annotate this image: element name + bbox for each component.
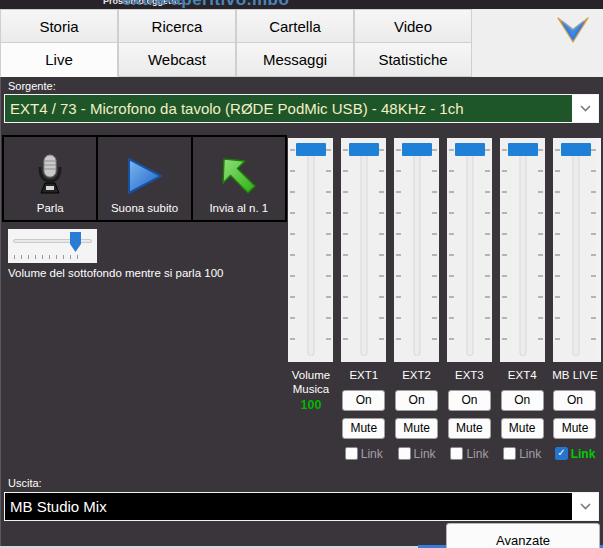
fader-thumb[interactable] <box>402 143 432 156</box>
tab-video[interactable]: Video <box>354 9 472 43</box>
source-select[interactable]: EXT4 / 73 - Microfono da tavolo (RØDE Po… <box>4 94 599 123</box>
play-now-button[interactable]: Suona subito <box>98 137 190 220</box>
play-icon <box>121 150 167 202</box>
play-now-button-label: Suona subito <box>111 202 178 214</box>
source-label: Sorgente: <box>8 80 56 92</box>
fader-thumb[interactable] <box>296 143 326 156</box>
action-button-group: Parla Suona subito Invia al n. 1 <box>2 135 287 222</box>
tab-ricerca[interactable]: Ricerca <box>118 9 236 43</box>
fader-thumb[interactable] <box>508 143 538 156</box>
slider-thumb[interactable] <box>70 232 81 252</box>
output-selected-value: MB Studio Mix <box>5 493 572 520</box>
checkbox-icon <box>503 447 516 460</box>
channel-ext2: EXT2 On Mute Link <box>394 366 440 461</box>
tab-live[interactable]: Live <box>0 42 118 77</box>
mixer-channel-controls: Volume Musica 100 EXT1 On Mute Link EXT2… <box>288 366 598 461</box>
mute-button[interactable]: Mute <box>342 418 385 439</box>
on-button[interactable]: On <box>448 390 491 411</box>
channel-mb-live: MB LIVE On Mute Link <box>552 366 598 461</box>
channel-label: EXT4 <box>508 369 537 383</box>
tab-bar: Storia Ricerca Cartella Video Live Webca… <box>0 9 603 77</box>
output-select[interactable]: MB Studio Mix <box>4 492 599 521</box>
source-selected-value: EXT4 / 73 - Microfono da tavolo (RØDE Po… <box>5 95 572 122</box>
channel-label: EXT3 <box>455 369 484 383</box>
channel-label: EXT1 <box>349 369 378 383</box>
send-to-1-button-label: Invia al n. 1 <box>209 202 268 214</box>
link-checkbox[interactable]: Link <box>555 447 596 461</box>
checkbox-icon <box>345 447 358 460</box>
slider-ticks <box>14 255 78 259</box>
microphone-icon <box>33 150 67 202</box>
channel-value: 100 <box>301 398 322 412</box>
tab-storia[interactable]: Storia <box>0 9 118 43</box>
link-checkbox[interactable]: Link <box>503 447 541 461</box>
on-button[interactable]: On <box>342 390 385 411</box>
tab-cartella[interactable]: Cartella <box>236 9 354 43</box>
channel-label: MB LIVE <box>552 369 597 383</box>
channel-ext4: EXT4 On Mute Link <box>499 366 545 461</box>
fader-thumb[interactable] <box>561 143 591 156</box>
next-object-strip: Prossimo oggetto: extra-aperitivo.mbo <box>0 0 603 9</box>
window-edge-strip <box>596 138 601 362</box>
on-button[interactable]: On <box>553 390 596 411</box>
on-button[interactable]: On <box>395 390 438 411</box>
chevron-down-icon <box>572 95 598 122</box>
tab-messaggi[interactable]: Messaggi <box>236 42 354 77</box>
chevron-down-icon <box>554 15 592 45</box>
talk-button[interactable]: Parla <box>4 137 96 220</box>
fader-ext2[interactable] <box>394 138 439 362</box>
on-button[interactable]: On <box>501 390 544 411</box>
fader-thumb[interactable] <box>455 143 485 156</box>
chevron-down-icon <box>572 493 598 520</box>
output-label: Uscita: <box>8 477 42 489</box>
tab-webcast[interactable]: Webcast <box>118 42 236 77</box>
next-object-value: extra-aperitivo.mbo <box>122 0 289 9</box>
channel-label: EXT2 <box>402 369 431 383</box>
mute-button[interactable]: Mute <box>501 418 544 439</box>
mute-button[interactable]: Mute <box>448 418 491 439</box>
channel-volume-musica: Volume Musica 100 <box>288 366 334 461</box>
checkbox-icon <box>555 447 568 460</box>
fader-mb-live[interactable] <box>553 138 598 362</box>
mute-button[interactable]: Mute <box>553 418 596 439</box>
fader-ext1[interactable] <box>341 138 386 362</box>
link-checkbox[interactable]: Link <box>450 447 488 461</box>
mixer-faders <box>288 138 598 362</box>
channel-ext1: EXT1 On Mute Link <box>341 366 387 461</box>
background-volume-slider[interactable] <box>8 229 97 263</box>
talk-button-label: Parla <box>37 202 64 214</box>
background-volume-label: Volume del sottofondo mentre si parla 10… <box>8 267 223 279</box>
checkbox-icon <box>398 447 411 460</box>
fader-volume-musica[interactable] <box>288 138 333 362</box>
link-checkbox[interactable]: Link <box>345 447 383 461</box>
fader-ext3[interactable] <box>447 138 492 362</box>
collapse-chevron-button[interactable] <box>551 13 595 47</box>
checkbox-icon <box>450 447 463 460</box>
link-checkbox[interactable]: Link <box>398 447 436 461</box>
fader-ext4[interactable] <box>500 138 545 362</box>
send-to-1-button[interactable]: Invia al n. 1 <box>193 137 285 220</box>
mute-button[interactable]: Mute <box>395 418 438 439</box>
fader-thumb[interactable] <box>349 143 379 156</box>
channel-ext3: EXT3 On Mute Link <box>446 366 492 461</box>
tab-statistiche[interactable]: Statistiche <box>354 42 472 77</box>
advanced-button[interactable]: Avanzate <box>446 523 600 548</box>
arrow-up-left-icon <box>219 150 259 202</box>
channel-label: Volume Musica <box>288 369 334 396</box>
